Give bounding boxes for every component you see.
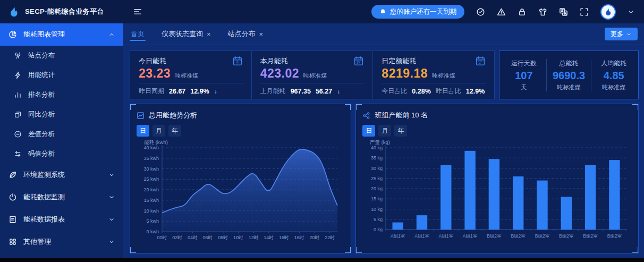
panel-header: 班组产能前 10 名 xyxy=(362,108,632,122)
stat-card-footer: 昨日同期26.6712.9%↓ xyxy=(139,83,243,99)
power-icon xyxy=(9,193,17,201)
ranking-icon xyxy=(14,91,22,99)
tab-站点分布[interactable]: 站点分布× xyxy=(227,23,265,45)
svg-text:今: 今 xyxy=(235,60,240,65)
sidebar-item-能耗图表管理[interactable]: 能耗图表管理 xyxy=(0,23,123,46)
lock-icon[interactable] xyxy=(518,7,527,16)
corner-accent xyxy=(130,104,136,110)
antenna-icon xyxy=(14,52,22,60)
svg-text:04时: 04时 xyxy=(188,235,198,240)
svg-text:B组2室: B组2室 xyxy=(607,233,622,239)
svg-text:15 kwh: 15 kwh xyxy=(143,198,159,203)
summary-panel: 运行天数107天总能耗9690.3吨标准煤人均能耗4.85吨标准煤 xyxy=(499,50,639,99)
footer-label: 昨日占比 xyxy=(436,87,461,96)
theme-icon[interactable] xyxy=(538,7,547,16)
sidebar-item-其他管理[interactable]: 其他管理 xyxy=(0,231,123,253)
collapse-menu-icon[interactable] xyxy=(133,7,142,16)
sidebar-subitem-站点分布[interactable]: 站点分布 xyxy=(0,46,123,65)
stat-card-title: 今日能耗 xyxy=(139,56,166,66)
footer-value: 26.67 xyxy=(169,88,185,95)
sidebar-subitem-label: 同比分析 xyxy=(28,110,55,119)
leaf-icon xyxy=(9,171,17,179)
avatar[interactable] xyxy=(600,4,616,20)
sidebar-item-能耗数据监测[interactable]: 能耗数据监测 xyxy=(0,186,123,208)
sidebar-subitem-排名分析[interactable]: 排名分析 xyxy=(0,85,123,105)
sidebar-subitem-同比分析[interactable]: 同比分析 xyxy=(0,105,123,124)
gauge-icon[interactable] xyxy=(476,7,485,16)
stat-card-footer: 今日占比0.28%昨日占比12.9%↓ xyxy=(382,83,486,99)
period-button-月[interactable]: 月 xyxy=(152,125,165,137)
sidebar-item-环境监测系统[interactable]: 环境监测系统 xyxy=(0,164,123,186)
svg-text:06时: 06时 xyxy=(203,235,213,240)
body-row: 能耗图表管理站点分布用能统计排名分析同比分析差值分析码值分析环境监测系统能耗数据… xyxy=(0,23,644,258)
footer-value: 12.9% xyxy=(466,88,485,95)
corner-accent xyxy=(130,247,136,253)
chevron-down-icon xyxy=(108,172,115,178)
stat-cards-panel: 今日能耗今23.23吨标准煤昨日同期26.6712.9%↓本月能耗昨423.02… xyxy=(130,50,495,99)
svg-text:20 kwh: 20 kwh xyxy=(143,187,159,192)
content-area: 今日能耗今23.23吨标准煤昨日同期26.6712.9%↓本月能耗昨423.02… xyxy=(123,45,644,258)
stat-card-unit: 吨标准煤 xyxy=(175,72,198,80)
chevron-down-icon xyxy=(108,216,115,223)
summary-label: 总能耗 xyxy=(547,59,591,68)
stat-card-footer: 上月能耗967.3556.27↓ xyxy=(260,83,365,99)
account-expiry-notice[interactable]: 您的账户还有一天到期 xyxy=(371,5,464,19)
translate-icon[interactable] xyxy=(559,7,568,16)
sidebar-item-能耗数据报表[interactable]: 能耗数据报表 xyxy=(0,208,123,231)
sidebar-item-label: 能耗数据报表 xyxy=(23,215,65,224)
sidebar-subitem-label: 站点分布 xyxy=(28,51,55,60)
period-toggle-group: 日月年 xyxy=(137,125,344,137)
fullscreen-icon[interactable] xyxy=(580,7,589,16)
footer-label: 上月能耗 xyxy=(260,87,286,96)
compare-icon xyxy=(14,111,22,119)
top-bar: SECP-能耗综合业务平台 您的账户还有一天到期 xyxy=(0,0,644,23)
period-button-日[interactable]: 日 xyxy=(137,125,149,137)
tab-仪表状态查询[interactable]: 仪表状态查询× xyxy=(160,23,212,45)
period-button-年[interactable]: 年 xyxy=(168,125,181,137)
bell-icon xyxy=(379,9,386,15)
pie-chart-icon xyxy=(9,30,17,39)
svg-text:20时: 20时 xyxy=(309,235,319,240)
svg-text:18时: 18时 xyxy=(294,235,304,240)
period-button-年[interactable]: 年 xyxy=(394,125,407,137)
svg-text:40 kg: 40 kg xyxy=(371,145,383,150)
svg-text:25 kg: 25 kg xyxy=(371,176,383,181)
svg-text:35 kg: 35 kg xyxy=(371,155,383,160)
svg-text:35 kwh: 35 kwh xyxy=(143,156,159,161)
corner-accent xyxy=(355,247,362,253)
sidebar-item-label: 能耗图表管理 xyxy=(23,30,65,39)
close-icon[interactable]: × xyxy=(259,31,264,38)
svg-text:B组2室: B组2室 xyxy=(511,233,526,239)
corner-accent xyxy=(632,104,639,110)
stat-card-unit: 吨标准煤 xyxy=(432,72,455,80)
stat-card-title: 本月能耗 xyxy=(260,56,288,66)
sidebar-subitem-用能统计[interactable]: 用能统计 xyxy=(0,65,123,85)
tab-list: 首页仪表状态查询×站点分布× xyxy=(130,23,264,45)
swap-icon xyxy=(14,150,22,158)
sidebar-item-租户信息维护管理[interactable]: 租户信息维护管理 xyxy=(0,253,123,258)
user-menu-chevron-icon[interactable] xyxy=(628,9,634,15)
calendar-icon: 今 xyxy=(232,56,243,66)
svg-text:产量 (kg): 产量 (kg) xyxy=(370,139,390,145)
sidebar-subitem-码值分析[interactable]: 码值分析 xyxy=(0,144,123,164)
svg-text:昨: 昨 xyxy=(357,60,361,65)
trend-icon xyxy=(137,112,145,120)
sidebar-subitem-差值分析[interactable]: 差值分析 xyxy=(0,124,123,144)
close-icon[interactable]: × xyxy=(207,31,211,38)
svg-text:15 kg: 15 kg xyxy=(371,196,383,201)
svg-text:A组1室: A组1室 xyxy=(463,233,478,239)
period-toggle-group: 日月年 xyxy=(362,125,632,137)
period-button-日[interactable]: 日 xyxy=(362,125,375,137)
period-button-月[interactable]: 月 xyxy=(378,125,391,137)
corner-accent xyxy=(345,247,351,253)
summary-value: 107 xyxy=(502,70,546,82)
top-right-actions: 您的账户还有一天到期 xyxy=(371,4,634,20)
warning-icon[interactable] xyxy=(497,7,506,16)
more-button[interactable]: 更多 xyxy=(605,28,638,40)
tab-label: 仪表状态查询 xyxy=(162,29,203,39)
tab-首页[interactable]: 首页 xyxy=(130,23,146,45)
panel-header: 总用能趋势分析 xyxy=(137,108,344,122)
svg-text:0 kg: 0 kg xyxy=(374,227,383,232)
svg-text:02时: 02时 xyxy=(172,235,182,240)
summary-label: 人均能耗 xyxy=(591,59,636,68)
